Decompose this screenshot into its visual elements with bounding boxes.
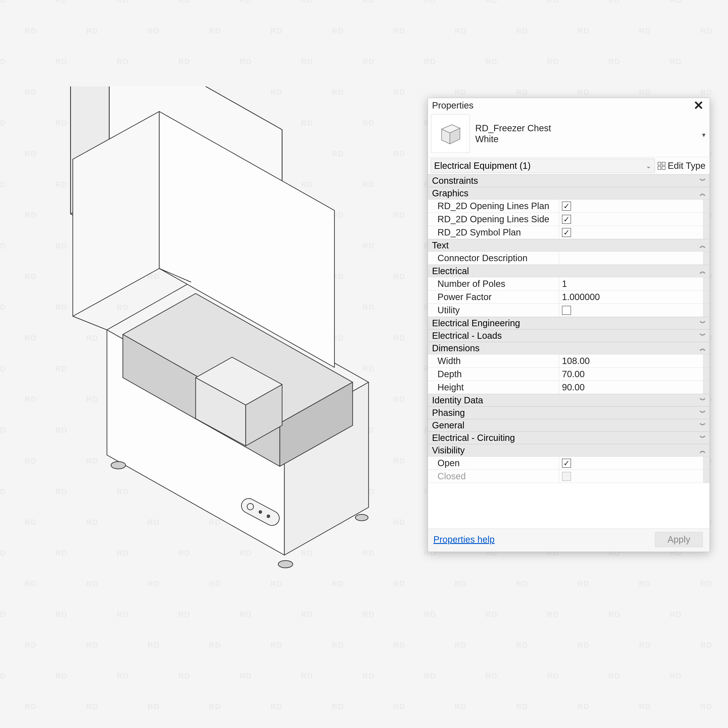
- param-row: RD_2D Opening Lines Side✓: [428, 213, 710, 226]
- param-row: Height90.00: [428, 381, 710, 394]
- group-header[interactable]: Constraints︾: [428, 174, 710, 187]
- family-type-selector[interactable]: RD_Freezer Chest White ▾: [428, 112, 710, 157]
- param-value-cell[interactable]: ✓: [559, 213, 703, 226]
- group-name: Constraints: [432, 176, 478, 186]
- group-header[interactable]: General︾: [428, 419, 710, 431]
- group-name: Electrical: [432, 266, 469, 276]
- param-value-cell[interactable]: ✓: [559, 226, 703, 239]
- param-label: Closed: [428, 470, 559, 483]
- group-header[interactable]: Dimensions︽: [428, 342, 710, 355]
- param-value-text: 1: [562, 279, 567, 289]
- group-header[interactable]: Electrical - Circuiting︾: [428, 431, 710, 444]
- param-label: Height: [428, 381, 559, 394]
- property-grid: Constraints︾Graphics︽RD_2D Opening Lines…: [428, 174, 710, 483]
- svg-point-0: [111, 462, 125, 469]
- group-header[interactable]: Visibility︽: [428, 444, 710, 457]
- group-name: Phasing: [432, 408, 465, 418]
- group-header[interactable]: Electrical Engineering︾: [428, 317, 710, 329]
- group-header[interactable]: Text︽: [428, 239, 710, 252]
- param-assoc-button[interactable]: [703, 252, 710, 265]
- chevron-down-icon: ⌄: [646, 162, 651, 170]
- param-assoc-button[interactable]: [703, 226, 710, 239]
- collapse-icon: ︽: [700, 344, 705, 353]
- family-name: RD_Freezer Chest: [475, 122, 707, 133]
- param-assoc-button[interactable]: [703, 457, 710, 470]
- group-header[interactable]: Electrical︽: [428, 265, 710, 277]
- checkbox[interactable]: ✓: [562, 202, 571, 211]
- collapse-icon: ︽: [700, 189, 705, 198]
- param-value-text: 108.00: [562, 356, 590, 366]
- checkbox[interactable]: [562, 306, 571, 315]
- group-name: Dimensions: [432, 343, 480, 353]
- param-assoc-button[interactable]: [703, 355, 710, 367]
- param-value-cell[interactable]: ✓: [559, 199, 703, 213]
- properties-help-link[interactable]: Properties help: [433, 534, 495, 544]
- param-value-cell[interactable]: [559, 470, 703, 483]
- type-name: White: [475, 133, 707, 144]
- group-name: Visibility: [432, 445, 465, 456]
- edit-type-icon: [658, 162, 665, 170]
- expand-icon: ︾: [700, 396, 705, 405]
- param-assoc-button[interactable]: [703, 304, 710, 317]
- param-label: Connector Description: [428, 252, 559, 265]
- grid-empty-space: [428, 483, 710, 529]
- group-name: Electrical Engineering: [432, 318, 520, 328]
- param-assoc-button[interactable]: [703, 470, 710, 483]
- param-label: Power Factor: [428, 291, 559, 303]
- family-thumbnail: [431, 114, 470, 153]
- group-name: Graphics: [432, 188, 468, 198]
- category-filter-select[interactable]: Electrical Equipment (1) ⌄: [431, 159, 655, 173]
- freezer-chest-drawing: [27, 86, 414, 587]
- group-header[interactable]: Phasing︾: [428, 407, 710, 419]
- edit-type-label: Edit Type: [668, 161, 705, 171]
- param-label: Utility: [428, 304, 559, 317]
- collapse-icon: ︽: [700, 241, 705, 250]
- group-name: General: [432, 420, 464, 430]
- param-row: RD_2D Symbol Plan✓: [428, 226, 710, 239]
- expand-icon: ︾: [700, 408, 705, 417]
- param-row: Open✓: [428, 457, 710, 470]
- param-value-cell[interactable]: 70.00: [559, 368, 703, 381]
- apply-button[interactable]: Apply: [655, 532, 703, 547]
- checkbox[interactable]: ✓: [562, 459, 571, 468]
- param-assoc-button[interactable]: [703, 381, 710, 394]
- param-label: Open: [428, 457, 559, 470]
- param-value-cell[interactable]: 1: [559, 277, 703, 290]
- param-assoc-button[interactable]: [703, 291, 710, 303]
- group-name: Electrical - Circuiting: [432, 433, 515, 443]
- param-assoc-button[interactable]: [703, 277, 710, 290]
- param-assoc-button[interactable]: [703, 368, 710, 381]
- param-value-text: 90.00: [562, 382, 585, 392]
- param-row: Width108.00: [428, 355, 710, 368]
- param-value-cell[interactable]: [559, 304, 703, 317]
- group-name: Text: [432, 240, 449, 251]
- group-header[interactable]: Electrical - Loads︾: [428, 329, 710, 342]
- param-label: Number of Poles: [428, 277, 559, 290]
- param-assoc-button[interactable]: [703, 213, 710, 226]
- param-row: Depth70.00: [428, 368, 710, 381]
- group-header[interactable]: Identity Data︾: [428, 394, 710, 407]
- param-value-cell[interactable]: 1.000000: [559, 291, 703, 303]
- param-value-cell[interactable]: 108.00: [559, 355, 703, 367]
- param-value-cell[interactable]: ✓: [559, 457, 703, 470]
- param-row: Utility: [428, 304, 710, 317]
- group-name: Identity Data: [432, 395, 483, 405]
- model-viewport[interactable]: [27, 86, 414, 587]
- param-assoc-button[interactable]: [703, 199, 710, 213]
- close-icon[interactable]: ✕: [691, 101, 705, 110]
- svg-point-2: [355, 514, 368, 521]
- param-label: Depth: [428, 368, 559, 381]
- param-row: Number of Poles1: [428, 277, 710, 291]
- expand-icon: ︾: [700, 177, 705, 185]
- expand-icon: ︾: [700, 319, 705, 327]
- expand-icon: ︾: [700, 434, 705, 442]
- group-header[interactable]: Graphics︽: [428, 187, 710, 199]
- edit-type-button[interactable]: Edit Type: [657, 157, 710, 174]
- param-value-cell[interactable]: 90.00: [559, 381, 703, 394]
- param-label: RD_2D Opening Lines Plan: [428, 199, 559, 213]
- expand-icon: ︾: [700, 332, 705, 340]
- checkbox[interactable]: ✓: [562, 215, 571, 224]
- checkbox[interactable]: ✓: [562, 228, 571, 237]
- param-value-cell[interactable]: [559, 252, 703, 265]
- param-row: Closed: [428, 470, 710, 483]
